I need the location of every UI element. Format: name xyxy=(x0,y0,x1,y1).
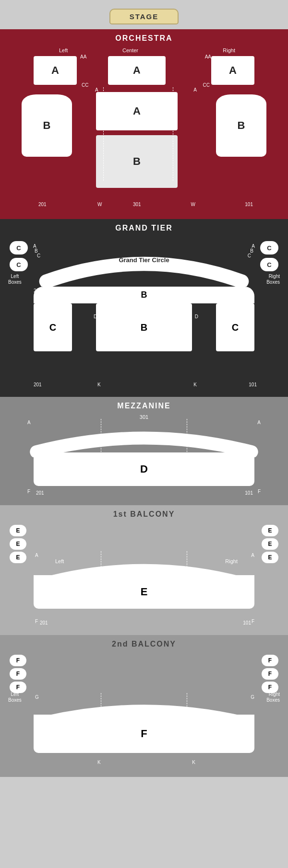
gt-box-left-c2: C xyxy=(10,258,28,271)
gt-dashed-left xyxy=(113,303,113,351)
balc2-f-right2: F xyxy=(262,668,278,680)
orch-w-left: W xyxy=(97,202,102,207)
mezzanine-section: MEZZANINE 301 A A D F F 201 101 xyxy=(0,397,288,505)
mezz-arc-wrap xyxy=(26,419,262,457)
balcony1-section: 1st BALCONY E E E E E E A A Left Right E xyxy=(0,505,288,635)
gt-c-left-block: C xyxy=(34,303,72,351)
balc1-201: 201 xyxy=(40,620,48,625)
orch-a-right: A xyxy=(193,87,197,93)
mezz-arc-svg xyxy=(26,419,262,457)
gt-box-right-c1: C xyxy=(260,241,278,255)
orch-301-top: 301 xyxy=(136,73,144,78)
gt-201-bot: 201 xyxy=(34,382,42,387)
orch-cc-left: CC xyxy=(82,82,88,88)
gt-box-left-c1: C xyxy=(10,241,28,255)
orch-201-bot: 201 xyxy=(38,202,47,207)
orchestra-section: ORCHESTRA Left Center Right AA AA A A A … xyxy=(0,29,288,219)
balc1-e-right3: E xyxy=(262,552,278,563)
balc2-k-left: K xyxy=(97,760,101,765)
mezz-f-right: F xyxy=(258,489,261,494)
mezz-dashed-right xyxy=(187,419,187,484)
orch-block-mid-left: B xyxy=(22,94,72,157)
orch-block-top-right: A xyxy=(211,56,254,85)
orch-201-top: 201 xyxy=(36,73,44,78)
mezz-201: 201 xyxy=(36,490,44,496)
gt-right-boxes-label: RightBoxes xyxy=(266,274,280,285)
balc2-dashed-right xyxy=(187,693,187,753)
orch-101-top: 101 xyxy=(245,73,253,78)
balc1-e-block: E xyxy=(34,575,254,609)
gt-k-left: K xyxy=(97,382,101,387)
grandtier-section: GRAND TIER C C LeftBoxes C C RightBoxes … xyxy=(0,219,288,397)
orch-301-bot: 301 xyxy=(133,202,141,207)
gt-b-center-block: B xyxy=(96,303,192,351)
stage-area: STAGE xyxy=(0,0,288,29)
grandtier-title: GRAND TIER xyxy=(7,224,281,232)
balc1-right-boxes: E E E xyxy=(262,525,278,565)
balc1-left-boxes: E E E xyxy=(10,525,26,565)
balc1-e-right1: E xyxy=(262,525,278,536)
orch-block-bot-center: B xyxy=(96,135,178,188)
balc1-e-right2: E xyxy=(262,538,278,550)
stage-label: STAGE xyxy=(109,9,179,24)
orch-left-label: Left xyxy=(59,47,68,53)
balc1-dashed-left xyxy=(101,551,101,609)
orch-aa-right: AA xyxy=(205,54,211,59)
mezz-d-block: D xyxy=(34,452,254,486)
balc2-f-right1: F xyxy=(262,655,278,666)
orch-cc-right: CC xyxy=(203,82,210,88)
mezz-title: MEZZANINE xyxy=(7,402,281,410)
orch-center-label: Center xyxy=(122,47,138,53)
orch-block-mid-right: B xyxy=(216,94,266,157)
gt-c-left: C xyxy=(37,253,40,258)
gt-left-boxes-label: LeftBoxes xyxy=(8,274,22,285)
balc2-dashed-left xyxy=(101,693,101,753)
orch-w-right: W xyxy=(191,202,195,207)
gt-c-right-block: C xyxy=(216,303,254,351)
mezz-101: 101 xyxy=(245,490,253,496)
gt-circle-svg xyxy=(31,241,257,287)
balc2-inner: F F F LeftBoxes F F F RightBoxes G G F xyxy=(7,652,281,767)
orchestra-inner: Left Center Right AA AA A A A CC CC A A … xyxy=(7,46,281,209)
balc1-101: 101 xyxy=(243,620,251,625)
gt-inner: C C LeftBoxes C C RightBoxes Grand Tier … xyxy=(7,236,281,390)
orch-block-mid-center: A xyxy=(96,92,178,130)
mezz-dashed-left xyxy=(101,419,101,484)
balc2-right-boxes: F F F xyxy=(262,655,278,695)
gt-circle-wrap: Grand Tier Circle xyxy=(31,241,257,287)
balc1-e-left1: E xyxy=(10,525,26,536)
balc1-title: 1st BALCONY xyxy=(7,510,281,519)
orch-right-label: Right xyxy=(223,47,235,53)
balc1-e-left3: E xyxy=(10,552,26,563)
gt-k-right: K xyxy=(193,382,197,387)
balc2-right-boxes-label: RightBoxes xyxy=(266,692,280,703)
balc2-f-block: F xyxy=(34,715,254,753)
balc2-k-right: K xyxy=(192,760,195,765)
gt-b-top: B xyxy=(34,287,254,303)
gt-dashed-right xyxy=(170,303,171,351)
orch-block-top-center: A xyxy=(108,56,166,85)
balc2-left-boxes-label: LeftBoxes xyxy=(8,692,22,703)
mezz-inner: 301 A A D F F 201 101 xyxy=(7,414,281,498)
orch-dashed-right xyxy=(173,87,173,181)
mezz-f-left: F xyxy=(27,489,30,494)
balc2-f-left2: F xyxy=(10,668,26,680)
gt-c-right: C xyxy=(248,253,251,258)
gt-circle-label: Grand Tier Circle xyxy=(31,256,257,264)
orchestra-title: ORCHESTRA xyxy=(7,34,281,43)
gt-box-right-c2: C xyxy=(260,258,278,271)
balc2-title: 2nd BALCONY xyxy=(7,640,281,648)
gt-d-right: D xyxy=(195,314,198,319)
balc2-left-boxes: F F F xyxy=(10,655,26,695)
orch-block-top-left: A xyxy=(34,56,77,85)
balc1-inner: E E E E E E A A Left Right E F xyxy=(7,522,281,628)
balc1-e-left2: E xyxy=(10,538,26,550)
orch-101-bot: 101 xyxy=(245,202,253,207)
balc1-f-right: F xyxy=(252,619,254,624)
gt-101-bot: 101 xyxy=(249,382,257,387)
orch-aa-left: AA xyxy=(80,54,86,59)
orch-dashed-left xyxy=(103,87,104,181)
balc1-dashed-right xyxy=(187,551,187,609)
balc2-f-left1: F xyxy=(10,655,26,666)
balcony2-section: 2nd BALCONY F F F LeftBoxes F F F RightB… xyxy=(0,635,288,777)
